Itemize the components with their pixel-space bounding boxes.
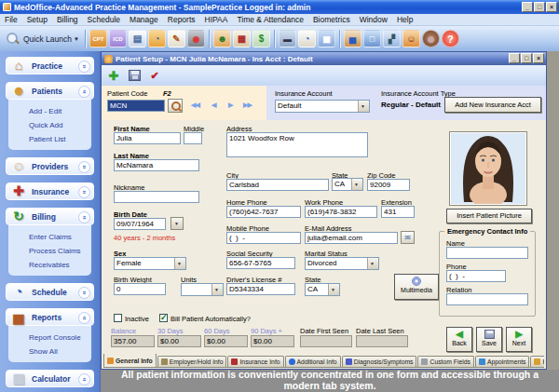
state-select[interactable]: CA [332,178,363,191]
quick-launch-label[interactable]: Quick Launch [23,34,72,44]
tab-insurance-info[interactable]: Insurance Info [227,356,283,367]
referral-icon[interactable]: ☻ [213,30,231,47]
back-button[interactable]: ◀Back [446,327,472,352]
home-phone-field[interactable] [226,206,301,218]
chevron-up-icon[interactable] [78,211,90,223]
search-icon[interactable] [6,32,20,46]
sidebar-header-reports[interactable]: ▅Reports [6,308,94,326]
monitor-icon[interactable]: □ [363,30,381,47]
next-button[interactable]: ▶Next [506,327,532,352]
camera-icon[interactable]: ◉ [187,30,205,47]
menu-help[interactable]: Help [392,14,417,26]
add-new-insurance-button[interactable]: Add New Insurance Acct [444,97,541,113]
license-state-select[interactable]: CA [305,283,340,296]
marital-status-select[interactable]: Divorced [305,257,379,270]
quick-launch-dropdown-icon[interactable]: ▼ [74,36,79,42]
menu-manage[interactable]: Manage [125,14,163,26]
birth-date-field[interactable] [114,218,166,230]
tab-custom-fields[interactable]: Custom Fields [417,356,473,367]
menu-setup[interactable]: Setup [22,14,52,26]
sidebar-header-calculator[interactable]: ▦Calculator [6,370,94,387]
close-icon[interactable] [533,53,544,63]
insert-patient-picture-button[interactable]: Insert Patient Picture [446,209,532,223]
add-patient-icon[interactable]: ✚ [105,67,122,84]
emergency-phone-field[interactable] [446,270,506,282]
patient-edit-icon[interactable]: ✎ [168,30,185,47]
chevron-up-icon[interactable] [78,312,90,324]
inactive-checkbox[interactable] [114,314,122,322]
chevron-up-icon[interactable] [78,86,90,98]
bar-chart-icon[interactable]: ▅ [344,30,361,47]
menu-window[interactable]: Window [355,14,392,26]
next-record-icon[interactable]: ▶ [228,101,232,109]
help-icon[interactable]: ? [442,30,459,47]
sidebar-header-providers[interactable]: ☺Providers [6,157,94,175]
patient-card-icon[interactable]: ▤ [129,30,146,47]
biometric-icon[interactable]: ☺ [402,30,420,47]
emergency-name-field[interactable] [446,247,528,259]
email-icon[interactable]: ✉ [401,231,415,244]
birth-weight-field[interactable] [114,283,166,295]
menu-billing[interactable]: Billing [52,14,83,26]
bill-automatically-checkbox[interactable] [159,314,168,322]
verify-icon[interactable]: ✔ [146,67,163,84]
sex-select[interactable]: Female [114,257,186,270]
sidebar-header-practice[interactable]: ⌂Practice [6,57,94,74]
prev-record-icon[interactable]: ◀ [211,101,215,109]
chevron-down-icon[interactable] [351,179,362,190]
sidebar-header-insurance[interactable]: ✚Insurance [6,182,94,200]
patient-search-icon[interactable] [168,99,183,113]
extension-field[interactable] [381,206,415,218]
ssn-field[interactable] [226,257,295,269]
menu-hipaa[interactable]: HIPAA [200,14,233,26]
emergency-relation-field[interactable] [446,293,528,305]
birth-date-dropdown-icon[interactable] [170,217,184,230]
cpt-codes-icon[interactable]: CPT [89,30,107,47]
address-field[interactable]: 1021 Woodfox Row [226,132,368,157]
sidebar-item-process-claims[interactable]: Process Claims [29,244,91,258]
patient-chart-icon[interactable]: ◔ [148,30,166,47]
menu-schedule[interactable]: Schedule [83,14,125,26]
maximize-icon[interactable] [534,2,545,12]
minimize-icon[interactable] [522,2,533,12]
chevron-down-icon[interactable] [174,258,185,269]
chevron-down-icon[interactable] [211,284,223,295]
sidebar-item-show-all[interactable]: Show All [29,345,91,358]
tab-additional-info[interactable]: Additional Info [285,356,341,367]
sidebar-item-add-edit[interactable]: Add - Edit [29,104,91,118]
tab-appointments[interactable]: Appointments [475,356,530,367]
chevron-up-icon[interactable] [78,373,90,385]
menu-time-attendance[interactable]: Time & Attendance [232,14,308,26]
sidebar-item-enter-claims[interactable]: Enter Claims [29,230,91,244]
zip-code-field[interactable] [367,179,410,191]
menu-file[interactable]: File [0,14,22,26]
network-icon[interactable]: ▞ [383,30,401,47]
first-record-icon[interactable]: ◀◀ [191,101,199,109]
ledger-icon[interactable]: ▦ [233,30,251,47]
menu-biometrics[interactable]: Biometrics [308,14,355,26]
chevron-down-icon[interactable] [78,287,90,299]
payment-icon[interactable]: ▬ [279,30,296,47]
report-clock-icon[interactable]: ◔ [298,30,316,47]
nickname-field[interactable] [114,191,199,203]
sidebar-item-report-console[interactable]: Report Console [29,331,91,345]
chevron-down-icon[interactable] [367,258,378,269]
maximize-icon[interactable] [521,53,532,63]
calendar-icon[interactable]: ▦ [318,30,335,47]
tab-diagnosis-symptoms[interactable]: Diagnosis/Symptoms [342,356,417,367]
minimize-icon[interactable] [509,53,520,63]
chevron-down-icon[interactable] [78,186,90,198]
chevron-down-icon[interactable] [358,101,369,112]
mobile-phone-field[interactable] [226,232,301,244]
first-name-field[interactable] [114,132,181,144]
icd-codes-icon[interactable]: ICD [109,30,127,47]
email-field[interactable] [305,232,398,244]
sidebar-item-receivables[interactable]: Receivables [29,258,91,272]
save-button[interactable]: Save [476,327,502,352]
chevron-down-icon[interactable] [78,61,90,73]
multimedia-button[interactable]: Multimedia [394,274,439,300]
tab-general-info[interactable]: General Info [103,354,157,367]
last-record-icon[interactable]: ▶▶ [243,101,252,109]
units-select[interactable] [181,283,224,296]
tab-patient-notes[interactable]: Patient Notes [530,356,544,367]
